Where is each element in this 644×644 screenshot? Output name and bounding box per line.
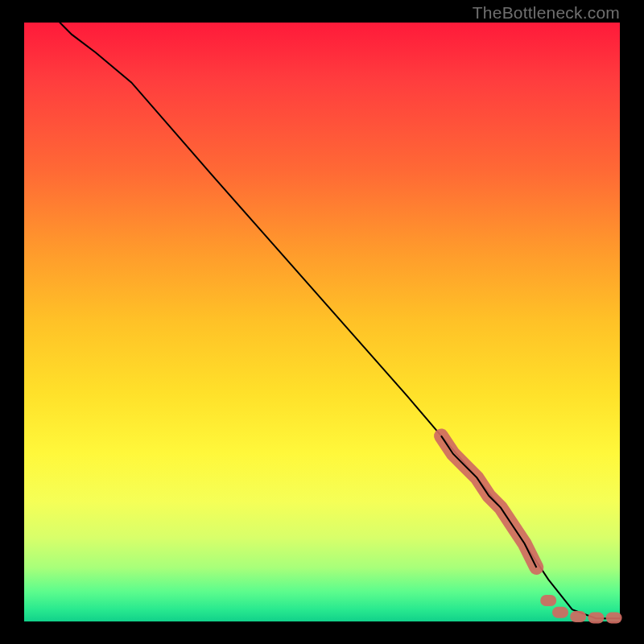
svg-rect-3 — [588, 613, 604, 624]
curve-line — [60, 23, 620, 618]
svg-rect-1 — [552, 607, 568, 618]
highlight-lower-dashes — [540, 595, 621, 624]
plot-area — [24, 23, 620, 621]
svg-rect-2 — [570, 611, 586, 622]
svg-rect-4 — [606, 613, 622, 624]
chart-stage: TheBottleneck.com — [0, 0, 644, 644]
svg-rect-0 — [540, 595, 556, 606]
watermark-text: TheBottleneck.com — [473, 3, 620, 23]
highlight-upper-segment — [441, 436, 536, 568]
chart-overlay — [24, 23, 620, 621]
